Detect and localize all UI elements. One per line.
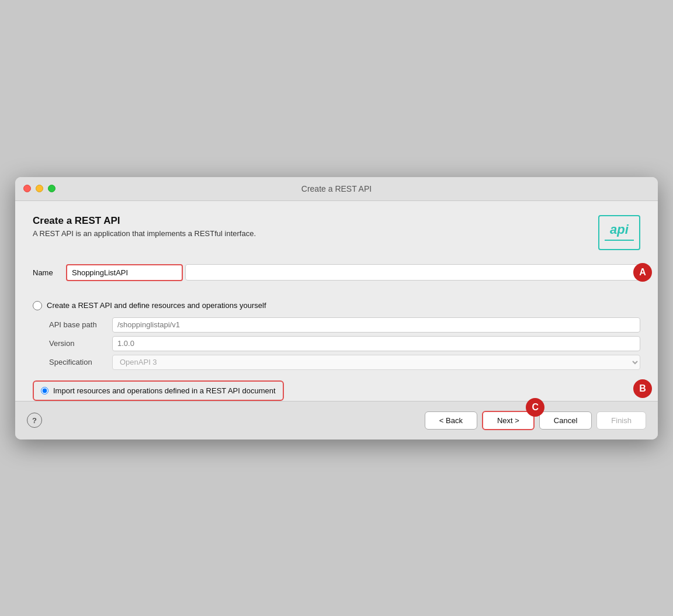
name-label: Name: [33, 268, 59, 277]
help-button[interactable]: ?: [27, 413, 42, 428]
version-label: Version: [49, 339, 107, 348]
dialog-description: A REST API is an application that implem…: [33, 229, 256, 238]
close-button[interactable]: [23, 185, 31, 192]
radio-option-1[interactable]: Create a REST API and define resources a…: [33, 295, 640, 316]
version-input[interactable]: [112, 336, 640, 351]
form-section: Name A Create a REST API and define reso…: [33, 264, 640, 401]
cancel-button[interactable]: Cancel: [539, 411, 592, 430]
window-controls: [23, 185, 55, 192]
radio-section: Create a REST API and define resources a…: [33, 295, 640, 401]
footer-buttons: C < Back Next > Cancel Finish: [425, 411, 646, 430]
maximize-button[interactable]: [48, 185, 55, 192]
specification-row: Specification OpenAPI 3: [49, 355, 640, 370]
specification-select[interactable]: OpenAPI 3: [112, 355, 640, 370]
import-option-box[interactable]: Import resources and operations defined …: [33, 380, 284, 401]
api-base-path-row: API base path: [49, 317, 640, 333]
name-input[interactable]: [66, 264, 183, 281]
footer-left: ?: [27, 413, 42, 428]
radio-option-1-input[interactable]: [33, 301, 42, 310]
api-logo-text: api: [610, 222, 629, 237]
version-row: Version: [49, 336, 640, 351]
dialog-title: Create a REST API: [33, 215, 256, 227]
back-button[interactable]: < Back: [425, 411, 477, 430]
titlebar: Create a REST API: [15, 177, 658, 201]
radio-option-2-label: Import resources and operations defined …: [53, 386, 276, 395]
footer: ? C < Back Next > Cancel Finish: [15, 401, 658, 439]
next-button[interactable]: Next >: [482, 411, 535, 430]
name-input-area: A: [66, 264, 640, 281]
specification-label: Specification: [49, 358, 107, 366]
name-row: Name A: [33, 264, 640, 281]
sub-fields: API base path Version Specification Open…: [49, 317, 640, 370]
badge-b: B: [633, 379, 652, 398]
finish-button: Finish: [596, 411, 646, 430]
main-window: Create a REST API Create a REST API A RE…: [15, 177, 658, 439]
name-input-extension: [185, 264, 640, 281]
api-logo: api: [598, 215, 640, 250]
badge-c: C: [526, 398, 544, 417]
content-area: Create a REST API A REST API is an appli…: [15, 201, 658, 401]
minimize-button[interactable]: [36, 185, 43, 192]
api-logo-underline: [605, 240, 634, 241]
window-title: Create a REST API: [301, 184, 372, 193]
badge-a: A: [633, 263, 652, 282]
radio-option-2-wrapper: Import resources and operations defined …: [33, 377, 640, 401]
radio-option-2-input[interactable]: [41, 387, 48, 394]
header-text: Create a REST API A REST API is an appli…: [33, 215, 256, 238]
radio-option-1-label: Create a REST API and define resources a…: [47, 301, 266, 310]
api-base-path-label: API base path: [49, 320, 107, 329]
header-section: Create a REST API A REST API is an appli…: [33, 215, 640, 250]
api-base-path-input[interactable]: [112, 317, 640, 333]
